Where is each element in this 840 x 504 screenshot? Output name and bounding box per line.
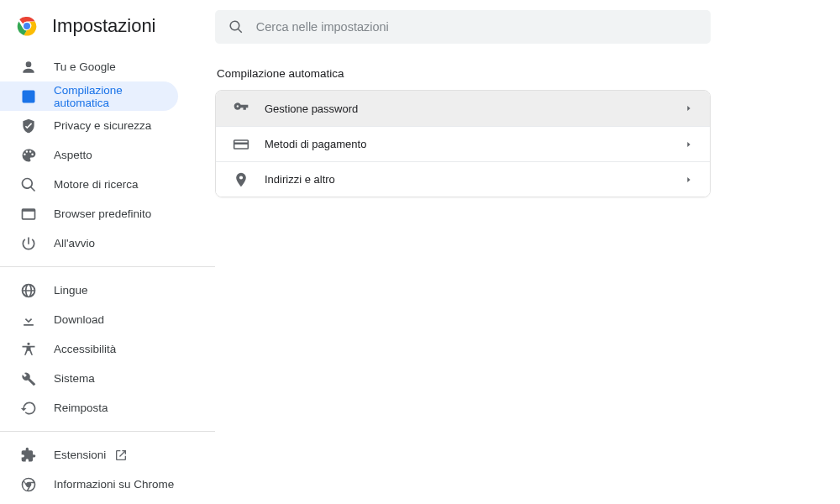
sidebar-item-accessibility[interactable]: Accessibilità <box>0 334 178 364</box>
nav-separator <box>0 431 215 432</box>
restore-icon <box>20 400 37 417</box>
sidebar-item-you-and-google[interactable]: Tu e Google <box>0 52 178 81</box>
autofill-card: Gestione password Metodi di pagamento In <box>215 90 711 197</box>
row-label: Gestione password <box>265 102 685 115</box>
sidebar-item-label: Sistema <box>54 372 95 385</box>
nav-group-3: Estensioni Informazioni su Chrome <box>0 440 215 499</box>
sidebar-item-default-browser[interactable]: Browser predefinito <box>0 199 178 228</box>
search-icon <box>20 176 37 193</box>
chevron-right-icon <box>685 176 693 184</box>
sidebar-item-label: Browser predefinito <box>54 207 151 220</box>
open-in-new-icon <box>114 449 128 462</box>
palette-icon <box>20 147 37 164</box>
sidebar-item-label: Compilazione automatica <box>54 84 178 109</box>
row-passwords[interactable]: Gestione password <box>216 91 710 126</box>
row-label: Indirizzi e altro <box>265 173 685 186</box>
nav-group-1: Tu e Google Compilazione automatica Priv… <box>0 52 215 258</box>
download-icon <box>20 312 37 328</box>
extension-icon <box>20 447 37 464</box>
shield-icon <box>20 118 37 134</box>
sidebar-item-on-startup[interactable]: All'avvio <box>0 228 178 258</box>
location-pin-icon <box>233 171 249 188</box>
sidebar-item-autofill[interactable]: Compilazione automatica <box>0 81 178 111</box>
settings-sidebar: Impostazioni Tu e Google Compilazione au… <box>0 0 215 504</box>
row-payment-methods[interactable]: Metodi di pagamento <box>216 126 710 161</box>
chevron-right-icon <box>685 140 693 149</box>
accessibility-icon <box>20 341 37 358</box>
sidebar-item-label: Accessibilità <box>54 343 116 355</box>
sidebar-item-search-engine[interactable]: Motore di ricerca <box>0 170 178 199</box>
power-icon <box>20 235 37 252</box>
search-box[interactable] <box>215 10 711 44</box>
sidebar-item-label: Estensioni <box>54 449 106 461</box>
sidebar-item-extensions[interactable]: Estensioni <box>0 440 178 470</box>
sidebar-item-label: Informazioni su Chrome <box>54 478 174 491</box>
sidebar-item-label: Lingue <box>54 284 88 297</box>
sidebar-item-label: Motore di ricerca <box>54 178 139 191</box>
key-icon <box>233 100 249 117</box>
row-label: Metodi di pagamento <box>265 138 685 150</box>
sidebar-item-label: Download <box>54 313 104 326</box>
nav-separator <box>0 266 215 267</box>
sidebar-item-label: Privacy e sicurezza <box>54 119 151 132</box>
browser-icon <box>20 206 37 223</box>
sidebar-item-about-chrome[interactable]: Informazioni su Chrome <box>0 470 178 499</box>
row-addresses[interactable]: Indirizzi e altro <box>216 161 710 197</box>
autofill-icon <box>20 88 37 105</box>
page-title: Impostazioni <box>52 15 156 37</box>
sidebar-item-appearance[interactable]: Aspetto <box>0 140 178 170</box>
sidebar-item-label: Reimposta <box>54 402 108 414</box>
sidebar-item-languages[interactable]: Lingue <box>0 276 178 305</box>
chrome-logo-icon <box>17 16 37 36</box>
nav-group-2: Lingue Download Accessibilità Sistema <box>0 276 215 423</box>
sidebar-item-downloads[interactable]: Download <box>0 305 178 334</box>
sidebar-item-label: Tu e Google <box>54 60 116 73</box>
svg-point-2 <box>24 23 30 29</box>
wrench-icon <box>20 370 37 387</box>
sidebar-item-system[interactable]: Sistema <box>0 364 178 393</box>
credit-card-icon <box>233 136 249 153</box>
sidebar-item-label: Aspetto <box>54 149 92 161</box>
sidebar-item-label: All'avvio <box>54 237 95 249</box>
globe-icon <box>20 282 37 299</box>
sidebar-item-privacy[interactable]: Privacy e sicurezza <box>0 111 178 140</box>
brand-header: Impostazioni <box>0 10 215 52</box>
chevron-right-icon <box>685 104 693 113</box>
main-content: Compilazione automatica Gestione passwor… <box>215 0 840 504</box>
chrome-outline-icon <box>20 476 37 493</box>
person-icon <box>20 59 37 76</box>
section-title-autofill: Compilazione automatica <box>217 67 840 80</box>
search-icon <box>228 18 244 35</box>
search-input[interactable] <box>256 20 697 34</box>
sidebar-item-reset[interactable]: Reimposta <box>0 393 178 423</box>
